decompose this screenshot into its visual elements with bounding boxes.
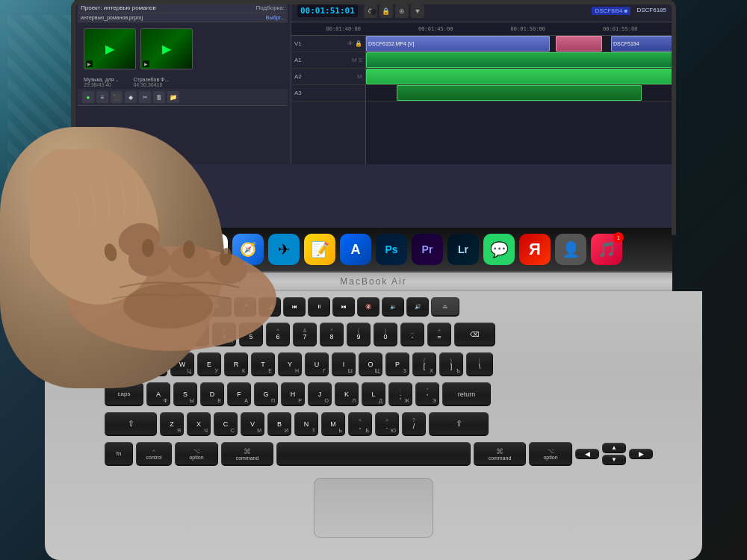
key-m[interactable]: MЬ bbox=[321, 412, 345, 436]
tool-lock[interactable]: 🔒 bbox=[379, 4, 393, 18]
key-p[interactable]: PЗ bbox=[385, 352, 409, 376]
toolbar-btn-5[interactable]: ✂ bbox=[139, 91, 151, 103]
key-f[interactable]: FА bbox=[227, 382, 251, 406]
media-label1: Музыка, для .. bbox=[84, 77, 118, 82]
key-f10[interactable]: 🔇 bbox=[357, 297, 379, 317]
media-thumb-2[interactable]: ▶ bbox=[140, 28, 193, 69]
track-v1-clips: DSCF6152.MP4 [V] DSCF5194 bbox=[366, 36, 672, 52]
track-a3-content bbox=[366, 85, 672, 102]
a1-solo[interactable]: S bbox=[359, 57, 362, 63]
tool-settings[interactable]: ⚙ bbox=[364, 4, 377, 18]
dog-paw-svg bbox=[30, 149, 314, 358]
key-j[interactable]: JО bbox=[308, 382, 332, 406]
timeline-header: 00:01:51:01 ⚙ 🔒 ⊕ ▼ DSCF8l94 ■ DSCF6185 bbox=[291, 0, 672, 22]
track-control-v1: V1 👁 🔒 bbox=[291, 36, 365, 52]
clip-label-dscf6185: DSCF6185 bbox=[636, 7, 666, 15]
tool-magnet[interactable]: ⊕ bbox=[395, 4, 409, 18]
key-o[interactable]: OЩ bbox=[359, 352, 382, 376]
dock-yandex[interactable]: Я bbox=[519, 234, 551, 265]
toolbar-btn-4[interactable]: ◆ bbox=[125, 91, 137, 103]
key-control[interactable]: ^ control bbox=[136, 442, 172, 466]
key-f9[interactable]: ⏭ bbox=[332, 297, 355, 317]
key-semicolon[interactable]: :;Ж bbox=[388, 382, 412, 406]
a2-toggle[interactable]: M bbox=[357, 73, 362, 80]
dock-music[interactable]: 🎵 1 bbox=[591, 234, 622, 265]
project-file: интервью_романов.prproj bbox=[81, 15, 143, 20]
key-command-left[interactable]: ⌘ command bbox=[221, 442, 273, 466]
key-touchid[interactable]: ⏏ bbox=[431, 297, 459, 317]
track-timelines: DSCF6152.MP4 [V] DSCF5194 bbox=[366, 36, 672, 164]
a1-toggle[interactable]: M bbox=[352, 57, 357, 63]
key-v[interactable]: VМ bbox=[241, 412, 264, 436]
trackpad[interactable] bbox=[314, 478, 433, 538]
key-shift-left[interactable]: ⇧ bbox=[105, 412, 157, 436]
media-info: Музыка, для .. 29:38/43:40 Стразнбов Ф..… bbox=[78, 75, 288, 89]
key-d[interactable]: DВ bbox=[200, 382, 224, 406]
key-comma[interactable]: <,Б bbox=[348, 412, 372, 436]
key-s[interactable]: SЫ bbox=[173, 382, 197, 406]
key-equals[interactable]: += bbox=[427, 323, 451, 346]
dock-photoshop[interactable]: Ps bbox=[376, 234, 407, 265]
key-arrow-down[interactable]: ▼ bbox=[602, 455, 626, 465]
toolbar-btn-7[interactable]: 📁 bbox=[167, 91, 179, 103]
toolbar-btn-3[interactable]: ⬛ bbox=[111, 91, 123, 103]
export-btn[interactable]: Выбрг... bbox=[266, 15, 285, 20]
key-a[interactable]: AФ bbox=[146, 382, 170, 406]
v1-lock[interactable]: 🔒 bbox=[355, 40, 362, 47]
key-period[interactable]: >.Ю bbox=[375, 412, 399, 436]
clip-pink[interactable] bbox=[556, 36, 602, 52]
dock-appstore[interactable]: A bbox=[340, 234, 371, 265]
key-f12[interactable]: 🔊 bbox=[406, 297, 429, 317]
key-lbracket[interactable]: {[Х bbox=[412, 352, 436, 376]
key-slash[interactable]: ?/ bbox=[402, 412, 426, 436]
key-8[interactable]: *8 bbox=[320, 323, 344, 346]
key-n[interactable]: NТ bbox=[294, 412, 318, 436]
key-9[interactable]: (9 bbox=[347, 323, 371, 346]
editor-toolbar: ● ≡ ⬛ ◆ ✂ 🗑 📁 bbox=[78, 89, 288, 106]
track-control-a1: A1 M S bbox=[291, 52, 365, 69]
audio-clip-a1[interactable] bbox=[366, 52, 672, 68]
tool-markers[interactable]: ▼ bbox=[411, 4, 424, 18]
key-space[interactable] bbox=[276, 442, 471, 466]
key-x[interactable]: XЧ bbox=[187, 412, 211, 436]
key-fn[interactable]: fn bbox=[105, 442, 133, 466]
key-backspace[interactable]: ⌫ bbox=[454, 323, 495, 346]
key-backslash[interactable]: |\ bbox=[466, 352, 493, 376]
audio-clip-a3[interactable] bbox=[397, 85, 642, 101]
key-k[interactable]: KЛ bbox=[335, 382, 359, 406]
dock-premiere[interactable]: Pr bbox=[412, 234, 443, 265]
key-g[interactable]: GП bbox=[254, 382, 278, 406]
key-arrow-right[interactable]: ▶ bbox=[629, 449, 653, 459]
key-l[interactable]: LД bbox=[362, 382, 385, 406]
arrow-up-down: ▲ ▼ bbox=[602, 443, 626, 465]
toolbar-btn-6[interactable]: 🗑 bbox=[153, 91, 165, 103]
ruler-mark-1: 00:01:40:00 bbox=[297, 26, 390, 32]
clip-dscf5194[interactable]: DSCF5194 bbox=[611, 36, 672, 52]
clip-dscf6152[interactable]: DSCF6152.MP4 [V] bbox=[366, 36, 550, 52]
key-f11[interactable]: 🔉 bbox=[382, 297, 404, 317]
dock-whatsapp[interactable]: 💬 bbox=[483, 234, 515, 265]
key-i[interactable]: IШ bbox=[332, 352, 356, 376]
key-option-right[interactable]: ⌥ option bbox=[529, 442, 572, 466]
key-option[interactable]: ⌥ option bbox=[175, 442, 218, 466]
audio-clip-a2[interactable] bbox=[366, 69, 672, 84]
key-shift-right[interactable]: ⇧ bbox=[429, 412, 489, 436]
key-0[interactable]: )0 bbox=[374, 323, 397, 346]
key-c[interactable]: CС bbox=[214, 412, 238, 436]
key-b[interactable]: BИ bbox=[267, 412, 291, 436]
key-arrow-left[interactable]: ◀ bbox=[575, 449, 599, 459]
key-z[interactable]: ZЯ bbox=[160, 412, 184, 436]
v1-toggle[interactable]: 👁 bbox=[347, 40, 353, 47]
key-arrow-up[interactable]: ▲ bbox=[602, 443, 626, 453]
key-rbracket[interactable]: }]Ъ bbox=[439, 352, 463, 376]
key-return[interactable]: return bbox=[442, 382, 491, 406]
media-thumb-1[interactable]: ▶ bbox=[84, 28, 136, 69]
toolbar-btn-2[interactable]: ≡ bbox=[96, 91, 108, 103]
key-command-right[interactable]: ⌘ command bbox=[474, 442, 526, 466]
key-quote[interactable]: "'Э bbox=[415, 382, 439, 406]
toolbar-btn-1[interactable]: ● bbox=[82, 91, 94, 103]
dock-faceid[interactable]: 👤 bbox=[555, 234, 586, 265]
dock-lightroom[interactable]: Lr bbox=[447, 234, 479, 265]
key-h[interactable]: HР bbox=[281, 382, 305, 406]
key-minus[interactable]: _- bbox=[400, 323, 424, 346]
